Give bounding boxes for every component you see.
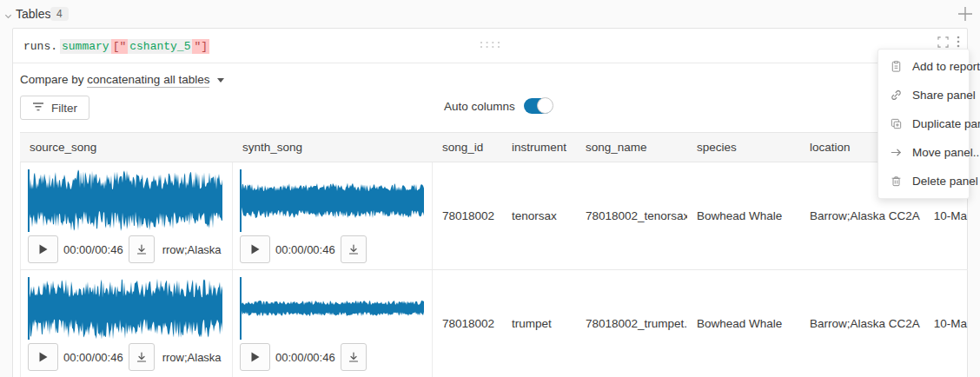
- menu-item-label: Add to report: [912, 60, 980, 73]
- audio-time: 00:00/00:46: [63, 243, 123, 256]
- fullscreen-icon[interactable]: [937, 36, 949, 48]
- expression-token-open: [": [111, 39, 129, 54]
- caret-down-icon: [217, 78, 224, 83]
- waveform-plot[interactable]: [240, 277, 421, 340]
- waveform-image: [240, 277, 424, 340]
- chevron-down-icon[interactable]: [3, 9, 13, 24]
- panel-context-menu: Add to report Share panel Duplicate pane…: [877, 49, 970, 199]
- drag-handle-icon[interactable]: [480, 36, 500, 52]
- panel-body: Compare by concatenating all tables Filt…: [13, 73, 967, 377]
- download-button[interactable]: [341, 235, 367, 263]
- menu-item-label: Share panel: [912, 89, 976, 102]
- waveform-plot[interactable]: [28, 169, 222, 232]
- audio-cell-synth-song: 00:00/00:46: [233, 162, 433, 269]
- play-button[interactable]: [28, 343, 58, 371]
- add-panel-icon[interactable]: [956, 4, 975, 27]
- expression-runs: runs.: [23, 40, 57, 53]
- auto-columns-control: Auto columns: [444, 98, 553, 114]
- audio-caption: rrow;Alaska CC: [162, 351, 222, 364]
- cell-song-id: 78018002: [433, 162, 502, 269]
- compare-select[interactable]: concatenating all tables: [87, 73, 224, 88]
- audio-controls: 00:00/00:46 rrow;Alaska CC: [28, 343, 222, 371]
- play-button[interactable]: [28, 235, 58, 263]
- trash-icon: [890, 175, 903, 188]
- expression-token-key: cshanty_5: [128, 39, 192, 54]
- download-button[interactable]: [341, 343, 367, 371]
- filter-icon: [32, 102, 44, 115]
- duplicate-icon: [890, 117, 903, 130]
- audio-time: 00:00/00:46: [63, 351, 123, 364]
- table-row: 00:00/00:46 rrow;Alaska CC 00:00/00:46: [20, 162, 968, 270]
- cell-song-name: 78018002_tenorsax.wav: [576, 162, 687, 269]
- audio-cell-synth-song: 00:00/00:46: [233, 270, 433, 377]
- cell-location: Barrow;Alaska CC2A: [800, 270, 921, 377]
- filter-button-label: Filter: [51, 102, 77, 115]
- waveform-plot[interactable]: [28, 277, 222, 340]
- cell-instrument: trumpet: [502, 270, 576, 377]
- expression-token-close: "]: [192, 39, 209, 54]
- playhead-cursor: [240, 277, 242, 340]
- compare-label: Compare by: [20, 73, 84, 86]
- kebab-menu-icon[interactable]: [957, 36, 960, 48]
- cell-date: 10-Ma: [921, 270, 968, 377]
- move-arrow-icon: [890, 146, 903, 159]
- table-panel: runs.summary["cshanty_5"] Compare by con…: [12, 28, 968, 377]
- expression-token-summary: summary: [60, 39, 111, 54]
- download-button[interactable]: [129, 343, 155, 371]
- playhead-cursor: [28, 169, 30, 232]
- report-icon: [890, 60, 903, 73]
- menu-item-label: Move panel...: [912, 146, 980, 159]
- column-header-instrument[interactable]: instrument: [502, 133, 576, 162]
- column-header-synth-song[interactable]: synth_song: [233, 133, 433, 162]
- menu-item-move-panel[interactable]: Move panel...: [878, 138, 969, 167]
- toggle-knob: [537, 97, 553, 114]
- section-header: Tables 4: [0, 0, 980, 28]
- compare-row: Compare by concatenating all tables: [20, 73, 967, 88]
- menu-item-add-to-report[interactable]: Add to report: [878, 52, 969, 81]
- audio-controls: 00:00/00:46: [240, 343, 421, 371]
- waveform-plot[interactable]: [240, 169, 421, 232]
- waveform-image: [28, 169, 222, 232]
- menu-item-label: Duplicate panel: [912, 117, 980, 130]
- column-header-source-song[interactable]: source_song: [20, 133, 233, 162]
- menu-item-share-panel[interactable]: Share panel: [878, 81, 969, 109]
- filter-button[interactable]: Filter: [20, 96, 89, 120]
- auto-columns-label: Auto columns: [444, 100, 515, 113]
- link-icon: [890, 89, 903, 102]
- section-count-badge: 4: [50, 7, 69, 21]
- audio-caption: rrow;Alaska CC: [162, 243, 222, 256]
- results-table: source_song synth_song song_id instrumen…: [20, 132, 968, 377]
- audio-time: 00:00/00:46: [275, 351, 335, 364]
- auto-columns-toggle[interactable]: [524, 98, 553, 114]
- toolbar-row: Filter Auto columns: [20, 96, 967, 122]
- play-button[interactable]: [240, 343, 270, 371]
- audio-controls: 00:00/00:46: [240, 235, 421, 263]
- audio-cell-source-song: 00:00/00:46 rrow;Alaska CC: [20, 162, 233, 269]
- table-row: 00:00/00:46 rrow;Alaska CC 00:00/00:46: [20, 270, 968, 377]
- playhead-cursor: [28, 277, 30, 340]
- waveform-image: [240, 169, 424, 232]
- column-header-song-name[interactable]: song_name: [576, 133, 687, 162]
- menu-item-delete-panel[interactable]: Delete panel: [878, 167, 969, 195]
- column-header-song-id[interactable]: song_id: [433, 133, 502, 162]
- playhead-cursor: [240, 169, 242, 232]
- cell-song-id: 78018002: [433, 270, 502, 377]
- download-button[interactable]: [129, 235, 155, 263]
- section-title[interactable]: Tables: [16, 7, 50, 21]
- cell-species: Bowhead Whale: [687, 162, 800, 269]
- table-header-row: source_song synth_song song_id instrumen…: [20, 132, 968, 162]
- play-button[interactable]: [240, 235, 270, 263]
- column-header-species[interactable]: species: [687, 133, 800, 162]
- cell-instrument: tenorsax: [502, 162, 576, 269]
- compare-select-value: concatenating all tables: [87, 73, 209, 88]
- cell-species: Bowhead Whale: [687, 270, 800, 377]
- audio-cell-source-song: 00:00/00:46 rrow;Alaska CC: [20, 270, 233, 377]
- audio-controls: 00:00/00:46 rrow;Alaska CC: [28, 235, 222, 263]
- panel-corner-actions: [937, 36, 960, 48]
- audio-time: 00:00/00:46: [275, 243, 335, 256]
- menu-item-duplicate-panel[interactable]: Duplicate panel: [878, 109, 969, 138]
- menu-item-label: Delete panel: [912, 175, 978, 188]
- waveform-image: [28, 277, 222, 340]
- cell-song-name: 78018002_trumpet.wav: [576, 270, 687, 377]
